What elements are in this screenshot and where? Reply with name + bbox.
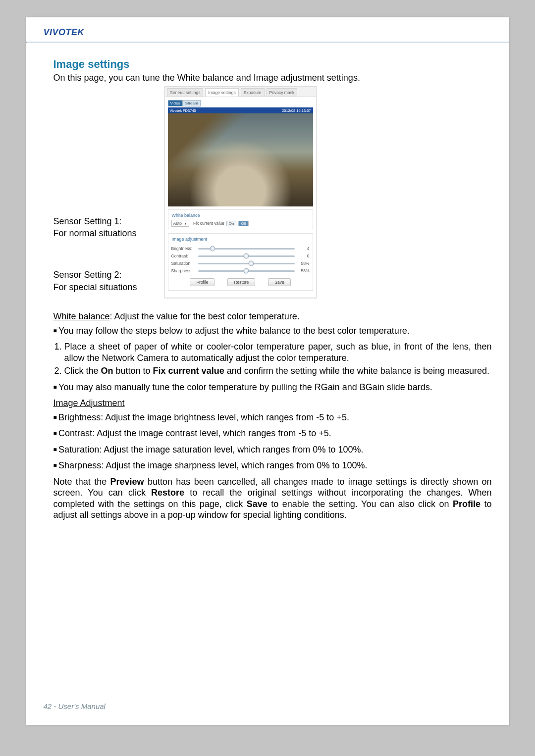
wb-bullet-2: You may also manually tune the color tem… bbox=[54, 382, 492, 393]
video-stream-chips: Video Stream bbox=[168, 100, 313, 106]
section-intro: On this page, you can tune the White bal… bbox=[54, 73, 492, 83]
note-a: Note that the bbox=[54, 477, 110, 487]
sharpness-label: Sharpness: bbox=[171, 268, 195, 273]
restore-button[interactable]: Restore bbox=[227, 278, 255, 286]
contrast-row: Contrast: 0 bbox=[171, 253, 310, 258]
wb-step-2c: button to bbox=[113, 366, 153, 376]
wb-step-2: Click the On button to Fix current value… bbox=[64, 365, 492, 377]
note-g: to enable the setting. You can also clic… bbox=[268, 499, 453, 509]
note-paragraph: Note that the Preview button has been ca… bbox=[54, 476, 492, 521]
wb-step-2e: and confirm the setting while the white … bbox=[224, 366, 489, 376]
saturation-label: Saturation: bbox=[171, 261, 195, 266]
preview-right: 2012/08 15:13:57 bbox=[282, 108, 311, 113]
brightness-thumb[interactable] bbox=[210, 246, 215, 252]
callout-sensor-2-line1: Sensor Setting 2: bbox=[54, 269, 158, 281]
brightness-label: Brightness: bbox=[171, 246, 195, 251]
callout-sensor-1: Sensor Setting 1: For normal situations bbox=[54, 215, 158, 240]
chip-stream[interactable]: Stream bbox=[183, 100, 201, 106]
contrast-slider[interactable] bbox=[198, 255, 295, 257]
sharpness-row: Sharpness: 58% bbox=[171, 268, 310, 273]
chip-video[interactable]: Video bbox=[168, 100, 183, 106]
tab-image-settings[interactable]: Image settings bbox=[205, 88, 238, 97]
profile-button[interactable]: Profile bbox=[190, 278, 214, 286]
image-adjust-fieldset: Image adjustment Brightness: 4 Contrast:… bbox=[168, 233, 313, 291]
section-title: Image settings bbox=[54, 58, 492, 71]
adj-brightness: Brightness: Adjust the image brightness … bbox=[54, 412, 492, 423]
image-adjust-title: Image adjustment bbox=[170, 237, 209, 242]
saturation-value: 58% bbox=[298, 261, 310, 266]
wb-heading: White balance bbox=[54, 311, 110, 321]
page-footer: 42 - User's Manual bbox=[44, 702, 106, 710]
contrast-value: 0 bbox=[298, 253, 310, 258]
wb-on-button[interactable]: On bbox=[226, 221, 237, 226]
fix-current-value-label: Fix current value bbox=[193, 221, 224, 226]
white-balance-title: White balance bbox=[170, 213, 202, 218]
tab-exposure[interactable]: Exposure bbox=[241, 88, 265, 97]
brightness-value: 4 bbox=[298, 246, 310, 251]
wb-step-2a: Click the bbox=[64, 366, 101, 376]
wb-step-2b: On bbox=[101, 366, 113, 376]
saturation-slider[interactable] bbox=[198, 263, 295, 264]
preview-left: Vivotek FD3745 bbox=[170, 108, 196, 113]
wb-step-1: Place a sheet of paper of white or coole… bbox=[64, 341, 492, 363]
saturation-row: Saturation: 58% bbox=[171, 261, 310, 266]
settings-panel: General settings Image settings Exposure… bbox=[164, 86, 317, 298]
brightness-slider[interactable] bbox=[198, 248, 295, 250]
brand-logo: VIVOTEK bbox=[44, 27, 492, 38]
note-d: Restore bbox=[151, 488, 184, 498]
saturation-thumb[interactable] bbox=[248, 261, 254, 266]
adj-saturation: Saturation: Adjust the image saturation … bbox=[54, 444, 492, 455]
panel-tabs: General settings Image settings Exposure… bbox=[165, 87, 316, 97]
wb-off-button[interactable]: Off bbox=[238, 221, 249, 226]
callout-sensor-1-line1: Sensor Setting 1: bbox=[54, 215, 158, 227]
contrast-thumb[interactable] bbox=[244, 253, 249, 259]
sharpness-thumb[interactable] bbox=[244, 268, 249, 274]
wb-bullet-1: You may follow the steps below to adjust… bbox=[54, 325, 492, 337]
note-h: Profile bbox=[453, 499, 481, 509]
white-balance-select-label: Auto bbox=[173, 221, 182, 226]
tab-privacy-mask[interactable]: Privacy mask bbox=[267, 88, 298, 97]
sharpness-slider[interactable] bbox=[198, 270, 295, 272]
save-button[interactable]: Save bbox=[268, 278, 290, 286]
camera-preview: Vivotek FD3745 2012/08 15:13:57 bbox=[168, 107, 313, 206]
sharpness-value: 58% bbox=[298, 268, 310, 273]
tab-general[interactable]: General settings bbox=[167, 88, 204, 97]
wb-heading-line: White balance: Adjust the value for the … bbox=[54, 311, 492, 322]
white-balance-select[interactable]: Auto ▼ bbox=[171, 220, 189, 227]
callout-sensor-2-line2: For special situations bbox=[54, 281, 158, 293]
adj-heading: Image Adjustment bbox=[54, 398, 125, 408]
white-balance-fieldset: White balance Auto ▼ Fix current value O… bbox=[168, 209, 313, 230]
wb-step-2d: Fix current value bbox=[153, 366, 224, 376]
callout-sensor-1-line2: For normal situations bbox=[54, 227, 158, 239]
contrast-label: Contrast: bbox=[171, 253, 195, 258]
chevron-down-icon: ▼ bbox=[184, 222, 187, 225]
adj-sharpness: Sharpness: Adjust the image sharpness le… bbox=[54, 460, 492, 471]
wb-heading-tail: : Adjust the value for the best color te… bbox=[110, 311, 300, 321]
note-f: Save bbox=[247, 499, 268, 509]
note-b: Preview bbox=[110, 477, 144, 487]
callout-sensor-2: Sensor Setting 2: For special situations bbox=[54, 269, 158, 293]
brightness-row: Brightness: 4 bbox=[171, 246, 310, 251]
adj-contrast: Contrast: Adjust the image contrast leve… bbox=[54, 428, 492, 439]
